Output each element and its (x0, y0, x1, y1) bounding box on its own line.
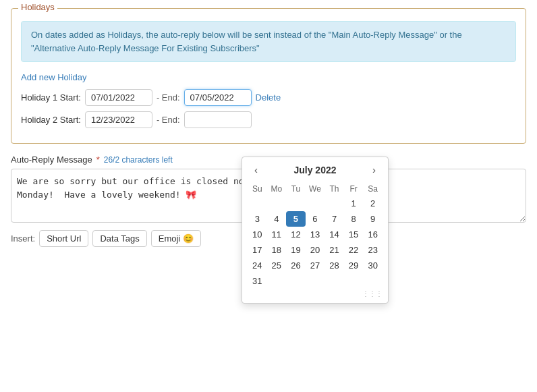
insert-label: Insert: (11, 233, 35, 244)
calendar-day-cell[interactable]: 26 (286, 258, 306, 273)
calendar-header: ‹ July 2022 › (248, 163, 383, 177)
insert-short-url-button[interactable]: Short Url (39, 230, 88, 247)
calendar-day-cell[interactable]: 23 (363, 242, 383, 258)
calendar-day-cell[interactable]: 5 (286, 211, 306, 227)
holiday-row-2: Holiday 2 Start: - End: (21, 111, 516, 128)
calendar-week-row: 31 (248, 273, 383, 289)
calendar-day-cell[interactable]: 14 (324, 227, 344, 242)
calendar-day-cell[interactable]: 21 (324, 242, 344, 258)
chars-left-indicator: 26/2 characters left (104, 155, 173, 165)
holiday-2-label: Holiday 2 Start: (21, 115, 81, 125)
insert-emoji-button[interactable]: Emoji 😊 (151, 230, 201, 247)
calendar-day-cell[interactable]: 31 (248, 273, 267, 289)
calendar-day-cell[interactable]: 24 (248, 258, 267, 273)
calendar-day-cell[interactable]: 30 (363, 258, 383, 273)
holiday-row-1: Holiday 1 Start: - End: Delete (21, 89, 516, 106)
calendar-day-header: Sa (363, 182, 383, 196)
insert-data-tags-button[interactable]: Data Tags (92, 230, 146, 247)
calendar-day-cell[interactable]: 12 (286, 227, 306, 242)
calendar-day-cell[interactable]: 3 (248, 211, 267, 227)
calendar-scroll-hint: ⋮⋮⋮ (248, 290, 383, 298)
calendar-month-year: July 2022 (293, 165, 336, 175)
holiday-2-end-input[interactable] (184, 111, 252, 128)
end-separator-1: - End: (157, 92, 180, 103)
calendar-day-cell[interactable]: 28 (324, 258, 344, 273)
holidays-fieldset: Holidays On dates added as Holidays, the… (11, 8, 526, 144)
calendar-day-headers: SuMoTuWeThFrSa (248, 182, 383, 196)
calendar-dropdown: ‹ July 2022 › SuMoTuWeThFrSa 12345678910… (242, 157, 389, 304)
calendar-day-cell[interactable]: 27 (306, 258, 325, 273)
holidays-legend: Holidays (18, 2, 57, 12)
calendar-day-cell[interactable]: 1 (344, 196, 364, 211)
calendar-day-cell[interactable]: 18 (267, 242, 287, 258)
calendar-day-cell[interactable]: 7 (324, 211, 344, 227)
calendar-day-cell[interactable]: 11 (267, 227, 287, 242)
calendar-day-cell[interactable]: 22 (344, 242, 364, 258)
calendar-day-header: Tu (286, 182, 306, 196)
calendar-week-row: 10111213141516 (248, 227, 383, 242)
calendar-day-header: Th (324, 182, 344, 196)
calendar-day-cell[interactable]: 20 (306, 242, 325, 258)
calendar-day-cell[interactable]: 9 (363, 211, 383, 227)
calendar-day-cell[interactable]: 8 (344, 211, 364, 227)
holiday-1-delete-link[interactable]: Delete (256, 92, 281, 103)
calendar-day-header: Mo (267, 182, 287, 196)
calendar-day-cell[interactable]: 29 (344, 258, 364, 273)
calendar-day-cell[interactable]: 25 (267, 258, 287, 273)
calendar-week-row: 12 (248, 196, 383, 211)
calendar-day-cell[interactable]: 10 (248, 227, 267, 242)
calendar-grid: SuMoTuWeThFrSa 1234567891011121314151617… (248, 182, 383, 289)
required-indicator: * (96, 155, 100, 165)
page-wrapper: Holidays On dates added as Holidays, the… (0, 0, 537, 255)
calendar-week-row: 3456789 (248, 211, 383, 227)
calendar-day-cell[interactable]: 19 (286, 242, 306, 258)
calendar-day-cell[interactable]: 15 (344, 227, 364, 242)
auto-reply-label-text: Auto-Reply Message (11, 155, 92, 165)
holiday-2-start-input[interactable] (85, 111, 152, 128)
holiday-1-label: Holiday 1 Start: (21, 92, 81, 103)
calendar-day-cell[interactable]: 16 (363, 227, 383, 242)
calendar-prev-button[interactable]: ‹ (250, 163, 262, 177)
calendar-day-cell[interactable]: 6 (306, 211, 325, 227)
calendar-week-row: 24252627282930 (248, 258, 383, 273)
calendar-next-button[interactable]: › (368, 163, 380, 177)
calendar-body: 1234567891011121314151617181920212223242… (248, 196, 383, 289)
calendar-week-row: 17181920212223 (248, 242, 383, 258)
calendar-day-header: Fr (344, 182, 364, 196)
add-holiday-link[interactable]: Add new Holiday (21, 72, 87, 82)
calendar-day-header: Su (248, 182, 267, 196)
calendar-day-cell[interactable]: 13 (306, 227, 325, 242)
calendar-day-cell[interactable]: 2 (363, 196, 383, 211)
holiday-1-end-input[interactable] (184, 89, 252, 106)
info-box: On dates added as Holidays, the auto-rep… (21, 21, 516, 62)
holiday-1-start-input[interactable] (85, 89, 152, 106)
end-separator-2: - End: (157, 115, 180, 125)
calendar-day-header: We (306, 182, 325, 196)
calendar-day-cell[interactable]: 17 (248, 242, 267, 258)
calendar-day-cell[interactable]: 4 (267, 211, 287, 227)
